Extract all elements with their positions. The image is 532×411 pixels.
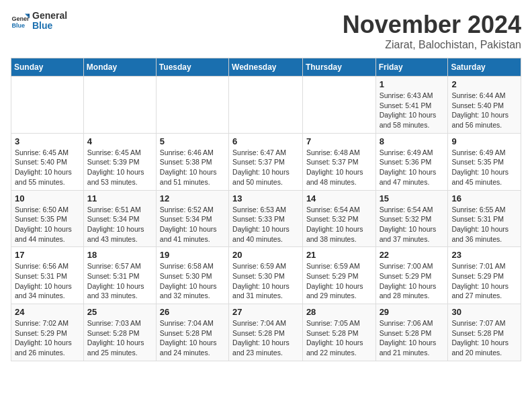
day-info: Sunrise: 6:45 AM Sunset: 5:40 PM Dayligh…	[15, 148, 80, 187]
day-number: 6	[232, 136, 299, 146]
weekday-header: Sunday	[11, 58, 84, 77]
day-number: 19	[160, 250, 225, 260]
calendar-week-row: 24Sunrise: 7:02 AM Sunset: 5:29 PM Dayli…	[11, 304, 521, 361]
weekday-header: Tuesday	[156, 58, 228, 77]
calendar-cell: 1Sunrise: 6:43 AM Sunset: 5:41 PM Daylig…	[375, 77, 448, 134]
calendar-cell: 30Sunrise: 7:07 AM Sunset: 5:28 PM Dayli…	[448, 304, 521, 361]
logo: General Blue General Blue	[11, 11, 67, 32]
day-info: Sunrise: 7:07 AM Sunset: 5:28 PM Dayligh…	[451, 318, 517, 358]
day-info: Sunrise: 6:59 AM Sunset: 5:29 PM Dayligh…	[306, 261, 372, 301]
day-number: 18	[87, 250, 152, 260]
weekday-header: Saturday	[448, 58, 521, 77]
day-info: Sunrise: 6:48 AM Sunset: 5:37 PM Dayligh…	[306, 148, 372, 187]
calendar-cell	[156, 77, 228, 134]
location-title: Ziarat, Balochistan, Pakistan	[343, 39, 521, 51]
logo-general: General	[32, 11, 67, 21]
calendar-week-row: 1Sunrise: 6:43 AM Sunset: 5:41 PM Daylig…	[11, 77, 521, 134]
calendar-cell: 24Sunrise: 7:02 AM Sunset: 5:29 PM Dayli…	[11, 304, 84, 361]
calendar-cell: 29Sunrise: 7:06 AM Sunset: 5:28 PM Dayli…	[375, 304, 448, 361]
day-info: Sunrise: 6:43 AM Sunset: 5:41 PM Dayligh…	[380, 91, 445, 130]
calendar-week-row: 17Sunrise: 6:56 AM Sunset: 5:31 PM Dayli…	[11, 247, 521, 304]
calendar-cell	[11, 77, 84, 134]
calendar-cell	[83, 77, 156, 134]
weekday-header: Monday	[83, 58, 156, 77]
day-info: Sunrise: 6:57 AM Sunset: 5:31 PM Dayligh…	[87, 261, 152, 301]
day-number: 23	[451, 250, 517, 260]
day-number: 14	[306, 193, 372, 203]
calendar-cell: 4Sunrise: 6:45 AM Sunset: 5:39 PM Daylig…	[83, 133, 156, 190]
calendar-header-row: SundayMondayTuesdayWednesdayThursdayFrid…	[11, 58, 521, 77]
calendar-cell: 12Sunrise: 6:52 AM Sunset: 5:34 PM Dayli…	[156, 190, 228, 247]
weekday-header: Thursday	[302, 58, 375, 77]
calendar-cell: 11Sunrise: 6:51 AM Sunset: 5:34 PM Dayli…	[83, 190, 156, 247]
calendar-cell: 22Sunrise: 7:00 AM Sunset: 5:29 PM Dayli…	[375, 247, 448, 304]
weekday-header: Friday	[375, 58, 448, 77]
day-number: 2	[451, 79, 517, 89]
page-header: General Blue General Blue November 2024 …	[11, 11, 521, 51]
calendar-cell: 2Sunrise: 6:44 AM Sunset: 5:40 PM Daylig…	[448, 77, 521, 134]
day-info: Sunrise: 6:55 AM Sunset: 5:31 PM Dayligh…	[451, 205, 517, 244]
day-number: 24	[15, 307, 80, 317]
day-number: 15	[380, 193, 445, 203]
day-number: 26	[160, 307, 225, 317]
day-info: Sunrise: 6:53 AM Sunset: 5:33 PM Dayligh…	[232, 205, 299, 244]
day-number: 28	[306, 307, 372, 317]
calendar-cell: 20Sunrise: 6:59 AM Sunset: 5:30 PM Dayli…	[229, 247, 303, 304]
day-info: Sunrise: 6:50 AM Sunset: 5:35 PM Dayligh…	[15, 205, 80, 244]
calendar-week-row: 10Sunrise: 6:50 AM Sunset: 5:35 PM Dayli…	[11, 190, 521, 247]
day-info: Sunrise: 6:49 AM Sunset: 5:35 PM Dayligh…	[451, 148, 517, 187]
day-number: 8	[380, 136, 445, 146]
day-info: Sunrise: 6:54 AM Sunset: 5:32 PM Dayligh…	[306, 205, 372, 244]
day-number: 10	[15, 193, 80, 203]
day-info: Sunrise: 6:51 AM Sunset: 5:34 PM Dayligh…	[87, 205, 152, 244]
day-info: Sunrise: 7:01 AM Sunset: 5:29 PM Dayligh…	[451, 261, 517, 301]
day-number: 4	[87, 136, 152, 146]
day-info: Sunrise: 7:02 AM Sunset: 5:29 PM Dayligh…	[15, 318, 80, 358]
day-info: Sunrise: 6:54 AM Sunset: 5:32 PM Dayligh…	[380, 205, 445, 244]
weekday-header: Wednesday	[229, 58, 303, 77]
day-info: Sunrise: 7:04 AM Sunset: 5:28 PM Dayligh…	[160, 318, 225, 358]
logo-blue: Blue	[32, 21, 67, 31]
calendar-cell	[302, 77, 375, 134]
calendar-cell: 15Sunrise: 6:54 AM Sunset: 5:32 PM Dayli…	[375, 190, 448, 247]
day-info: Sunrise: 6:56 AM Sunset: 5:31 PM Dayligh…	[15, 261, 80, 301]
day-number: 13	[232, 193, 299, 203]
day-number: 3	[15, 136, 80, 146]
calendar-cell: 7Sunrise: 6:48 AM Sunset: 5:37 PM Daylig…	[302, 133, 375, 190]
calendar-cell: 10Sunrise: 6:50 AM Sunset: 5:35 PM Dayli…	[11, 190, 84, 247]
svg-text:General: General	[11, 15, 30, 22]
calendar-cell: 14Sunrise: 6:54 AM Sunset: 5:32 PM Dayli…	[302, 190, 375, 247]
calendar-cell: 5Sunrise: 6:46 AM Sunset: 5:38 PM Daylig…	[156, 133, 228, 190]
logo-icon: General Blue	[11, 11, 30, 30]
day-number: 25	[87, 307, 152, 317]
day-number: 5	[160, 136, 225, 146]
calendar-cell: 18Sunrise: 6:57 AM Sunset: 5:31 PM Dayli…	[83, 247, 156, 304]
calendar-cell: 17Sunrise: 6:56 AM Sunset: 5:31 PM Dayli…	[11, 247, 84, 304]
day-number: 12	[160, 193, 225, 203]
title-block: November 2024 Ziarat, Balochistan, Pakis…	[343, 11, 521, 51]
calendar-cell: 6Sunrise: 6:47 AM Sunset: 5:37 PM Daylig…	[229, 133, 303, 190]
day-number: 9	[451, 136, 517, 146]
day-info: Sunrise: 7:03 AM Sunset: 5:28 PM Dayligh…	[87, 318, 152, 358]
day-info: Sunrise: 7:04 AM Sunset: 5:28 PM Dayligh…	[232, 318, 299, 358]
day-info: Sunrise: 6:44 AM Sunset: 5:40 PM Dayligh…	[451, 91, 517, 130]
calendar-cell: 13Sunrise: 6:53 AM Sunset: 5:33 PM Dayli…	[229, 190, 303, 247]
day-number: 17	[15, 250, 80, 260]
month-title: November 2024	[343, 11, 521, 39]
calendar-cell: 27Sunrise: 7:04 AM Sunset: 5:28 PM Dayli…	[229, 304, 303, 361]
day-number: 7	[306, 136, 372, 146]
day-info: Sunrise: 6:47 AM Sunset: 5:37 PM Dayligh…	[232, 148, 299, 187]
calendar-cell: 28Sunrise: 7:05 AM Sunset: 5:28 PM Dayli…	[302, 304, 375, 361]
day-number: 1	[380, 79, 445, 89]
day-number: 30	[451, 307, 517, 317]
day-number: 21	[306, 250, 372, 260]
calendar-cell: 9Sunrise: 6:49 AM Sunset: 5:35 PM Daylig…	[448, 133, 521, 190]
calendar-cell: 21Sunrise: 6:59 AM Sunset: 5:29 PM Dayli…	[302, 247, 375, 304]
day-info: Sunrise: 6:49 AM Sunset: 5:36 PM Dayligh…	[380, 148, 445, 187]
day-info: Sunrise: 6:59 AM Sunset: 5:30 PM Dayligh…	[232, 261, 299, 301]
calendar-cell: 23Sunrise: 7:01 AM Sunset: 5:29 PM Dayli…	[448, 247, 521, 304]
calendar-cell: 25Sunrise: 7:03 AM Sunset: 5:28 PM Dayli…	[83, 304, 156, 361]
day-info: Sunrise: 6:52 AM Sunset: 5:34 PM Dayligh…	[160, 205, 225, 244]
calendar-week-row: 3Sunrise: 6:45 AM Sunset: 5:40 PM Daylig…	[11, 133, 521, 190]
day-info: Sunrise: 6:46 AM Sunset: 5:38 PM Dayligh…	[160, 148, 225, 187]
